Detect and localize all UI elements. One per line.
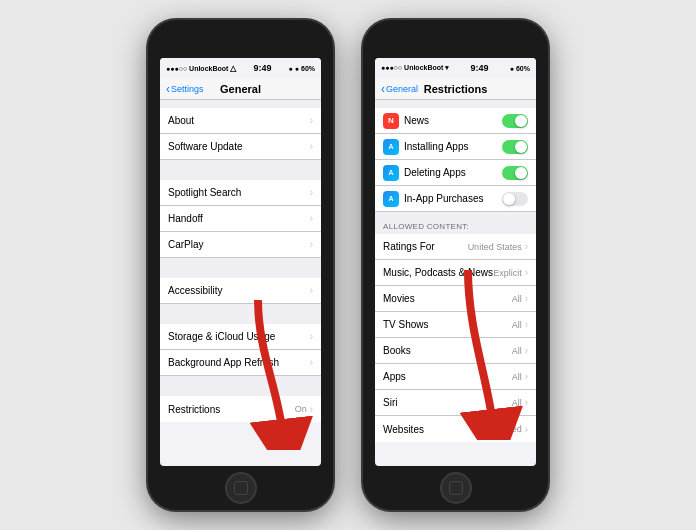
appstore-icon-2: A bbox=[383, 165, 399, 181]
phone-2: ●●●○○ UnlockBoot ▾ 9:49 ● 60% ‹ General … bbox=[363, 20, 548, 510]
home-button-inner-2 bbox=[449, 481, 463, 495]
list-item-deleting-apps[interactable]: A Deleting Apps bbox=[375, 160, 536, 186]
list-item-spotlight[interactable]: Spotlight Search › bbox=[160, 180, 321, 206]
back-button-1[interactable]: ‹ Settings bbox=[166, 82, 204, 96]
gap-2 bbox=[160, 160, 321, 180]
gap-r0 bbox=[375, 100, 536, 108]
chevron-books: › bbox=[525, 345, 528, 356]
nav-bar-1: ‹ Settings General bbox=[160, 78, 321, 100]
status-battery-2: ● 60% bbox=[510, 65, 530, 72]
list-item-handoff[interactable]: Handoff › bbox=[160, 206, 321, 232]
chevron-restrictions: › bbox=[310, 404, 313, 415]
status-bar-2: ●●●○○ UnlockBoot ▾ 9:49 ● 60% bbox=[375, 58, 536, 78]
list-item-installing-apps[interactable]: A Installing Apps bbox=[375, 134, 536, 160]
phone-2-shell: ●●●○○ UnlockBoot ▾ 9:49 ● 60% ‹ General … bbox=[363, 20, 548, 510]
toggle-knob-news bbox=[515, 115, 527, 127]
appstore-icon-1: A bbox=[383, 139, 399, 155]
list-item-about[interactable]: About › bbox=[160, 108, 321, 134]
toggle-knob-deleting bbox=[515, 167, 527, 179]
chevron-movies: › bbox=[525, 293, 528, 304]
home-button-inner-1 bbox=[234, 481, 248, 495]
gap-3 bbox=[160, 258, 321, 278]
chevron-background: › bbox=[310, 357, 313, 368]
toggle-installing[interactable] bbox=[502, 140, 528, 154]
chevron-carplay: › bbox=[310, 239, 313, 250]
list-item-background[interactable]: Background App Refresh › bbox=[160, 350, 321, 376]
phone-1-screen: ●●●○○ UnlockBoot △ 9:49 ● ● 60% ‹ Settin… bbox=[160, 58, 321, 466]
list-item-apps[interactable]: Apps All › bbox=[375, 364, 536, 390]
phone-2-screen: ●●●○○ UnlockBoot ▾ 9:49 ● 60% ‹ General … bbox=[375, 58, 536, 466]
nav-bar-2: ‹ General Restrictions bbox=[375, 78, 536, 100]
toggle-iap[interactable] bbox=[502, 192, 528, 206]
chevron-tv: › bbox=[525, 319, 528, 330]
status-bar-1: ●●●○○ UnlockBoot △ 9:49 ● ● 60% bbox=[160, 58, 321, 78]
list-item-accessibility[interactable]: Accessibility › bbox=[160, 278, 321, 304]
list-item-movies[interactable]: Movies All › bbox=[375, 286, 536, 312]
nav-title-1: General bbox=[220, 83, 261, 95]
chevron-music: › bbox=[525, 267, 528, 278]
chevron-about: › bbox=[310, 115, 313, 126]
news-icon: N bbox=[383, 113, 399, 129]
chevron-software: › bbox=[310, 141, 313, 152]
chevron-siri: › bbox=[525, 397, 528, 408]
toggle-deleting[interactable] bbox=[502, 166, 528, 180]
list-item-tv-shows[interactable]: TV Shows All › bbox=[375, 312, 536, 338]
section-label-allowed: ALLOWED CONTENT: bbox=[375, 212, 536, 234]
status-battery-1: ● ● 60% bbox=[289, 65, 315, 72]
nav-title-2: Restrictions bbox=[424, 83, 488, 95]
back-chevron-2: ‹ bbox=[381, 82, 385, 96]
settings-list-1: About › Software Update › Spotlight Sear… bbox=[160, 100, 321, 422]
home-button-2[interactable] bbox=[440, 472, 472, 504]
list-item-storage[interactable]: Storage & iCloud Usage › bbox=[160, 324, 321, 350]
back-button-2[interactable]: ‹ General bbox=[381, 82, 418, 96]
toggle-news[interactable] bbox=[502, 114, 528, 128]
chevron-ratings: › bbox=[525, 241, 528, 252]
list-item-software-update[interactable]: Software Update › bbox=[160, 134, 321, 160]
list-item-books[interactable]: Books All › bbox=[375, 338, 536, 364]
chevron-spotlight: › bbox=[310, 187, 313, 198]
status-carrier-1: ●●●○○ UnlockBoot △ bbox=[166, 64, 236, 73]
phone-1: ●●●○○ UnlockBoot △ 9:49 ● ● 60% ‹ Settin… bbox=[148, 20, 333, 510]
list-item-siri[interactable]: Siri All › bbox=[375, 390, 536, 416]
gap-5 bbox=[160, 376, 321, 396]
back-chevron-1: ‹ bbox=[166, 82, 170, 96]
list-item-carplay[interactable]: CarPlay › bbox=[160, 232, 321, 258]
restrictions-list: N News A Installing Apps A bbox=[375, 100, 536, 442]
list-item-ratings[interactable]: Ratings For United States › bbox=[375, 234, 536, 260]
list-item-websites[interactable]: Websites Restricted › bbox=[375, 416, 536, 442]
list-item-iap[interactable]: A In-App Purchases bbox=[375, 186, 536, 212]
gap-1 bbox=[160, 100, 321, 108]
chevron-accessibility: › bbox=[310, 285, 313, 296]
list-item-music[interactable]: Music, Podcasts & News Explicit › bbox=[375, 260, 536, 286]
home-button-1[interactable] bbox=[225, 472, 257, 504]
iap-icon: A bbox=[383, 191, 399, 207]
chevron-websites: › bbox=[525, 424, 528, 435]
list-item-restrictions[interactable]: Restrictions On › bbox=[160, 396, 321, 422]
chevron-handoff: › bbox=[310, 213, 313, 224]
chevron-storage: › bbox=[310, 331, 313, 342]
phone-1-shell: ●●●○○ UnlockBoot △ 9:49 ● ● 60% ‹ Settin… bbox=[148, 20, 333, 510]
chevron-apps: › bbox=[525, 371, 528, 382]
status-carrier-2: ●●●○○ UnlockBoot ▾ bbox=[381, 64, 449, 72]
toggle-knob-installing bbox=[515, 141, 527, 153]
toggle-knob-iap bbox=[503, 193, 515, 205]
list-item-news[interactable]: N News bbox=[375, 108, 536, 134]
gap-4 bbox=[160, 304, 321, 324]
